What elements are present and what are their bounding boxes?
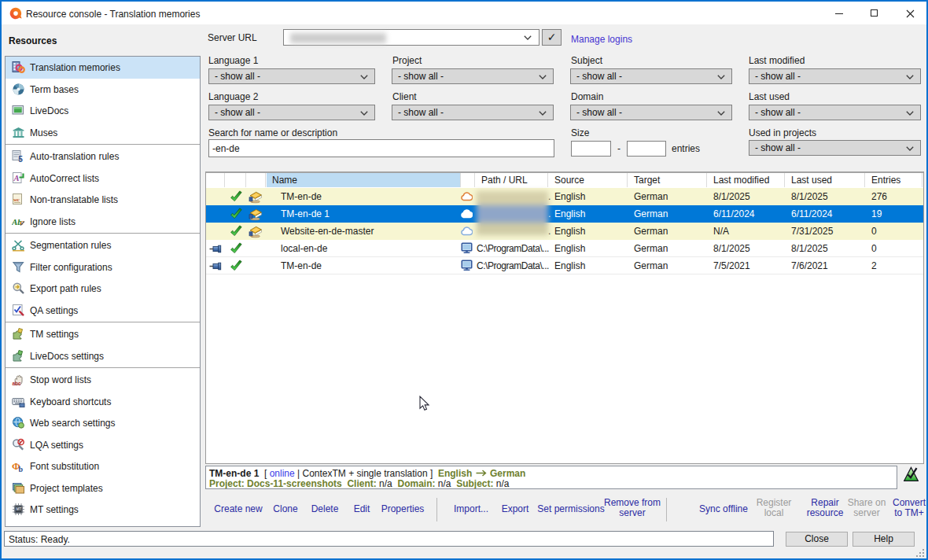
- svg-text:b: b: [19, 465, 24, 473]
- svg-text:A: A: [13, 174, 20, 182]
- svg-text:5: 5: [18, 155, 23, 164]
- svg-text:MT: MT: [16, 507, 21, 511]
- svg-text:wc: wc: [13, 197, 20, 203]
- svg-text:abc: abc: [13, 381, 22, 386]
